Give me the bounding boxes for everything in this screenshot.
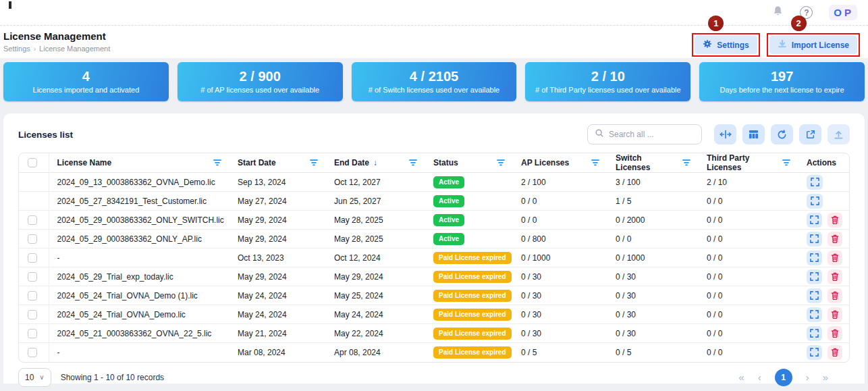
expand-icon[interactable] [807,307,822,322]
settings-button[interactable]: Settings [695,36,757,54]
pagination-next-icon[interactable]: › [806,371,809,383]
filter-icon[interactable] [310,159,318,166]
license-name-cell: 2024_09_13_0003863362_OVNA_Demo.lic [49,173,229,192]
column-header-label[interactable]: Status [433,158,458,167]
bell-icon[interactable] [772,5,784,20]
table-row[interactable]: 2024_05_21_0003863362_OVNA_22_5.lic May … [19,324,850,343]
expand-icon[interactable] [807,213,822,228]
expand-icon[interactable] [807,175,823,190]
row-checkbox[interactable] [28,215,37,225]
search-input[interactable] [609,130,695,139]
import-license-button[interactable]: Import License [769,36,857,54]
end-date-cell: Apr 08, 2024 [326,343,425,362]
third-party-licenses-cell: 0 / 0 [699,230,798,249]
breadcrumb: Settings › License Management [3,45,110,53]
expand-icon[interactable] [807,345,822,360]
actions-cell [798,343,850,362]
start-date-cell: Mar 08, 2024 [229,343,326,362]
column-header-label[interactable]: License Name [57,158,112,167]
expand-icon[interactable] [807,194,823,209]
import-icon [778,39,787,51]
expand-icon[interactable] [807,269,822,284]
export-icon[interactable] [799,124,821,145]
ap-licenses-cell: 0 / 30 [513,324,607,343]
table-row[interactable]: 2024_05_24_Trial_OVNA_Demo (1).lic May 2… [19,286,850,305]
avatar[interactable]: O P [829,5,857,20]
table-row[interactable]: 2024_05_29_Trial_exp_today.lic May 29, 2… [19,267,850,286]
delete-icon[interactable] [828,288,843,303]
import-license-button-annotation-box: 2 Import License [767,33,860,57]
breadcrumb-settings[interactable]: Settings [3,45,30,53]
license-name-cell: - [49,343,229,362]
pagination-last-icon[interactable]: » [823,371,828,383]
filter-icon[interactable] [497,159,505,166]
delete-icon[interactable] [828,307,843,322]
delete-icon[interactable] [828,345,843,360]
pagination-first-icon[interactable]: « [738,371,744,383]
refresh-icon[interactable] [771,124,793,145]
expand-icon[interactable] [807,326,822,341]
delete-icon[interactable] [828,232,843,246]
stat-value: 4 [82,70,90,84]
start-date-cell: May 27, 2024 [229,192,326,211]
license-name-cell: 2024_05_24_Trial_OVNA_Demo (1).lic [49,286,229,305]
row-checkbox[interactable] [28,291,37,301]
stat-value: 2 / 900 [240,70,281,84]
expand-icon[interactable] [807,288,822,303]
column-resize-icon[interactable] [714,124,736,145]
status-cell: Active [425,192,513,211]
row-checkbox[interactable] [28,348,37,357]
table-row[interactable]: 2024_05_29_0003863362_ONLY_SWITCH.lic Ma… [19,211,850,230]
column-header-label[interactable]: AP Licenses [521,158,569,167]
column-header-label[interactable]: Switch Licenses [616,153,678,172]
third-party-licenses-cell: 0 / 0 [699,249,798,267]
status-badge: Paid License expired [433,309,512,321]
pagination-prev-icon[interactable]: ‹ [758,371,761,383]
third-party-licenses-cell: 0 / 0 [699,305,798,324]
filter-icon[interactable] [213,159,221,166]
column-header-label[interactable]: Start Date [238,158,276,167]
delete-icon[interactable] [828,326,843,341]
column-header-label[interactable]: Third Party Licenses [707,153,778,172]
columns-icon[interactable] [742,124,765,145]
delete-icon[interactable] [828,251,843,265]
row-checkbox[interactable] [28,310,37,319]
pagination-current-page[interactable]: 1 [775,369,792,386]
table-row[interactable]: - Oct 13, 2023 Oct 12, 2024 Paid License… [19,249,850,267]
table-row[interactable]: 2024_05_29_0003863362_ONLY_AP.lic May 29… [19,230,850,249]
filter-icon[interactable] [409,159,417,166]
row-checkbox[interactable] [28,272,37,282]
row-checkbox[interactable] [28,253,37,263]
table-row[interactable]: 2024_09_13_0003863362_OVNA_Demo.lic Sep … [19,173,850,192]
page-size-select[interactable]: 10 ∨ [18,368,51,387]
table-row[interactable]: 2024_05_27_8342191_Test_Customer.lic May… [19,192,850,211]
table-row[interactable]: - Mar 08, 2024 Apr 08, 2024 Paid License… [19,343,850,362]
delete-icon[interactable] [828,213,843,228]
annotation-badge-1: 1 [708,16,724,31]
select-all-checkbox[interactable] [28,158,37,167]
expand-icon[interactable] [807,232,822,246]
switch-licenses-cell: 0 / 30 [607,305,699,324]
delete-icon[interactable] [828,269,843,284]
column-header-label[interactable]: Actions [807,158,836,167]
column-header-label[interactable]: End Date [334,158,369,167]
status-cell: Active [425,211,513,230]
row-checkbox[interactable] [28,329,37,338]
row-checkbox[interactable] [28,234,37,244]
stat-label: Days before the next license to expire [720,86,844,94]
expand-icon[interactable] [807,251,822,265]
end-date-cell: May 29, 2024 [326,267,425,286]
filter-icon[interactable] [682,159,690,166]
ap-licenses-cell: 0 / 30 [513,286,607,305]
sort-desc-icon[interactable]: ↓ [373,158,377,167]
actions-cell [798,305,850,324]
actions-cell [798,173,850,192]
actions-cell [798,230,850,249]
chevron-right-icon: › [34,45,36,53]
filter-icon[interactable] [782,159,790,166]
header-actions: 1 Settings 2 [692,33,860,57]
upload-icon[interactable] [828,124,850,145]
table-row[interactable]: 2024_05_24_Trial_OVNA_Demo.lic May 24, 2… [19,305,850,324]
stats-row: 4 Licenses imported and activated 2 / 90… [0,58,868,101]
filter-icon[interactable] [591,159,599,166]
